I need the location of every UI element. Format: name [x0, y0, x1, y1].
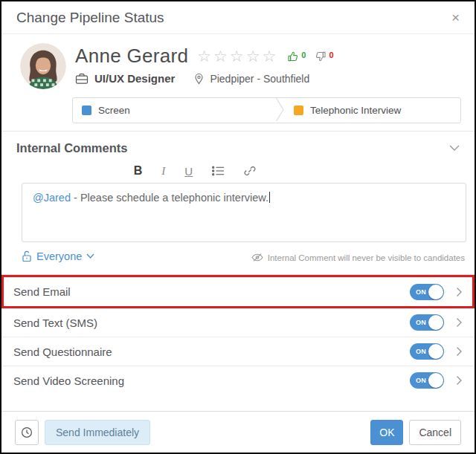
pipeline-stage-next[interactable]: Telephonic Interview	[285, 98, 410, 123]
collapse-chevron-icon[interactable]	[449, 145, 460, 152]
thumbs-down-group[interactable]: 0	[315, 51, 333, 62]
text-caret	[269, 192, 270, 203]
visibility-label: Everyone	[36, 250, 82, 262]
briefcase-icon	[75, 73, 89, 85]
privacy-note-text: Internal Comment will never be visible t…	[268, 253, 465, 262]
send-email-row[interactable]: Send Email ON	[1, 275, 475, 308]
visibility-dropdown[interactable]: Everyone	[22, 250, 94, 262]
cancel-button[interactable]: Cancel	[409, 420, 461, 445]
send-sms-row[interactable]: Send Text (SMS) ON	[1, 308, 475, 337]
editor-toolbar: B I U	[134, 165, 256, 177]
action-label: Send Text (SMS)	[13, 317, 410, 329]
toggle-state: ON	[416, 288, 426, 296]
link-icon[interactable]	[244, 165, 256, 177]
candidate-profile-section: Anne Gerard ☆☆☆☆☆ 0	[1, 34, 475, 131]
close-icon[interactable]: ×	[451, 10, 460, 25]
internal-comments-section: Internal Comments B I U	[1, 132, 475, 274]
avatar	[20, 43, 66, 89]
internal-comments-title: Internal Comments	[16, 141, 127, 155]
location-pin-icon	[194, 73, 204, 85]
send-questionnaire-row[interactable]: Send Questionnaire ON	[1, 337, 475, 366]
action-label: Send Email	[13, 285, 410, 298]
pipeline-stage-current[interactable]: Screen	[73, 98, 275, 123]
change-pipeline-status-modal: Change Pipeline Status ×	[0, 0, 476, 454]
candidate-name: Anne Gerard	[75, 45, 188, 68]
action-label: Send Questionnaire	[13, 346, 410, 358]
modal-title: Change Pipeline Status	[16, 10, 164, 26]
toggle-knob	[428, 373, 443, 388]
eye-slash-icon	[251, 253, 263, 262]
comment-text: - Please schedule a telephonic interview…	[71, 192, 268, 204]
send-email-toggle[interactable]: ON	[410, 284, 444, 300]
toggle-knob	[428, 285, 443, 299]
location: Piedpiper - Southfield	[210, 73, 309, 85]
job-title: UI/UX Designer	[94, 72, 175, 85]
thumbs-up-group[interactable]: 0	[287, 51, 306, 62]
ok-button[interactable]: OK	[370, 420, 403, 445]
toggle-state: ON	[416, 348, 426, 355]
mention-link[interactable]: @Jared	[33, 192, 71, 204]
star-rating[interactable]: ☆☆☆☆☆	[197, 48, 278, 64]
send-actions-list: Send Email ON Send Text (SMS) ON Send Qu…	[1, 274, 475, 395]
thumbs-up-count: 0	[301, 51, 306, 59]
privacy-note: Internal Comment will never be visible t…	[251, 253, 465, 262]
pipeline-stage-bar: Screen Telephonic Interview	[72, 97, 461, 123]
modal-header: Change Pipeline Status ×	[1, 1, 475, 34]
send-sms-toggle[interactable]: ON	[410, 314, 444, 331]
bullet-list-icon[interactable]	[212, 166, 225, 176]
stage-label: Screen	[98, 105, 130, 116]
schedule-send-button[interactable]	[15, 420, 39, 445]
thumbs-up-icon	[287, 51, 299, 62]
action-label: Send Video Screening	[13, 374, 410, 387]
toggle-state: ON	[416, 319, 426, 326]
chevron-right-icon[interactable]	[456, 287, 463, 297]
chevron-right-icon[interactable]	[456, 375, 463, 386]
stage-label: Telephonic Interview	[310, 105, 401, 116]
stage-separator-chevron	[275, 98, 285, 123]
chevron-right-icon[interactable]	[456, 346, 463, 357]
send-video-screening-row[interactable]: Send Video Screening ON	[1, 366, 475, 395]
chevron-right-icon[interactable]	[456, 317, 463, 328]
clock-icon	[21, 427, 33, 438]
thumbs-down-count: 0	[329, 51, 333, 59]
toggle-knob	[428, 344, 443, 359]
send-questionnaire-toggle[interactable]: ON	[410, 343, 444, 360]
send-video-screening-toggle[interactable]: ON	[410, 372, 444, 389]
stage-color-swatch	[294, 106, 303, 115]
unlock-icon	[22, 250, 32, 262]
thumbs-down-icon	[315, 51, 327, 62]
toggle-state: ON	[416, 377, 426, 384]
underline-button[interactable]: U	[184, 166, 193, 177]
chevron-down-icon	[86, 253, 94, 259]
send-immediately-button[interactable]: Send Immediately	[45, 420, 150, 445]
italic-button[interactable]: I	[161, 166, 165, 177]
toggle-knob	[428, 315, 443, 330]
comment-textarea[interactable]: @Jared - Please schedule a telephonic in…	[22, 183, 466, 242]
modal-footer: Send Immediately OK Cancel	[1, 411, 475, 453]
stage-color-swatch	[82, 106, 91, 115]
bold-button[interactable]: B	[134, 165, 143, 177]
